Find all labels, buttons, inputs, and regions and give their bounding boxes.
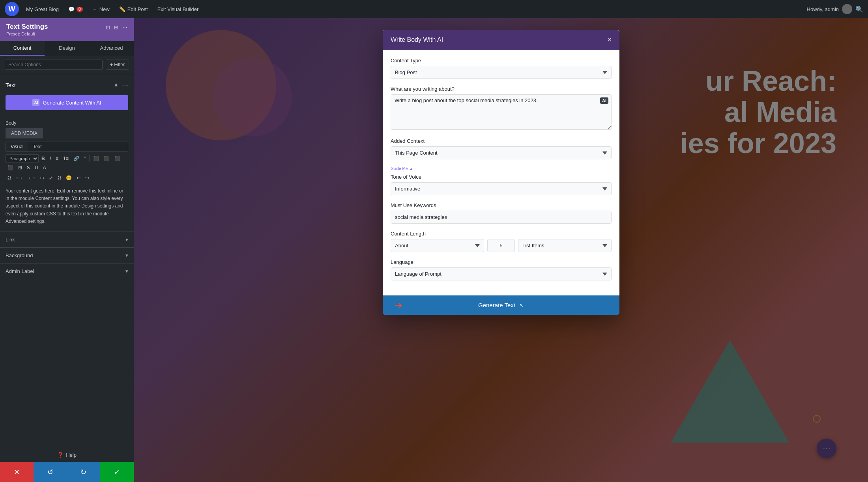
wp-logo-icon[interactable]: W <box>5 2 19 16</box>
paragraph-select[interactable]: Paragraph <box>6 154 39 163</box>
generate-text-button[interactable]: ➜ Generate Text ↖ <box>383 295 619 315</box>
responsive-icon[interactable]: ⊡ <box>106 24 110 30</box>
link-section-header[interactable]: Link ▾ <box>6 232 128 247</box>
module-title: Text Settings <box>6 23 48 31</box>
strikethrough-button[interactable]: S̶ <box>25 164 32 172</box>
link-section: Link ▾ <box>0 232 134 247</box>
columns-icon[interactable]: ⊞ <box>114 24 118 30</box>
italic-button[interactable]: I <box>48 155 53 163</box>
body-section: Body ADD MEDIA Visual Text Paragraph B I… <box>0 117 134 232</box>
search-input[interactable] <box>5 60 103 70</box>
admin-bar: W My Great Blog 💬 0 ＋ New ✏️ Edit Post E… <box>0 0 868 18</box>
toolbar: Paragraph B I ≡ 1≡ 🔗 " ⬛ ⬛ ⬛ ⬛ ⊞ S̶ U A <box>6 154 128 172</box>
special-char-button[interactable]: Ω <box>56 174 63 182</box>
keywords-group: Must Use Keywords <box>391 202 612 224</box>
howdy-label: Howdy, admin <box>807 6 839 12</box>
bold-button[interactable]: B <box>39 155 47 163</box>
tone-select[interactable]: Informative <box>391 182 612 195</box>
language-select[interactable]: Language of Prompt <box>391 267 612 280</box>
avatar <box>842 4 852 14</box>
tab-content[interactable]: Content <box>0 41 45 56</box>
search-icon[interactable]: 🔍 <box>855 6 863 13</box>
search-bar: + Filter <box>0 56 134 74</box>
editor-tabs: Visual Text <box>6 142 128 152</box>
undo-editor-button[interactable]: ↩ <box>75 174 82 182</box>
redo-button[interactable]: ↻ <box>67 462 101 482</box>
modal-overlay: Write Body With AI × Content Type Blog P… <box>134 18 868 482</box>
redo-editor-button[interactable]: ↪ <box>83 174 91 182</box>
ai-icon: AI <box>32 99 39 106</box>
editor-tab-text[interactable]: Text <box>28 142 46 151</box>
blockquote-button[interactable]: " <box>82 155 88 163</box>
tone-label: Tone of Voice <box>391 174 612 180</box>
admin-label-section-header[interactable]: Admin Label ▾ <box>6 263 128 279</box>
ai-textarea-icon[interactable]: AI <box>600 97 608 104</box>
save-button[interactable]: ✓ <box>100 462 134 482</box>
tab-design[interactable]: Design <box>45 41 89 56</box>
added-context-select[interactable]: This Page Content <box>391 146 612 159</box>
align-right-button[interactable]: ⬛ <box>112 155 122 163</box>
content-type-group: Content Type Blog Post <box>391 58 612 79</box>
tab-advanced[interactable]: Advanced <box>89 41 134 56</box>
guide-me-arrow-icon: ▲ <box>409 166 413 171</box>
outdent-button[interactable]: ←≡ <box>26 174 37 182</box>
cancel-button[interactable]: ✕ <box>0 462 34 482</box>
cursor-icon: ↖ <box>519 302 524 308</box>
help-icon: ❓ <box>57 452 64 458</box>
content-length-about-select[interactable]: About <box>391 239 484 252</box>
indent-button[interactable]: ≡→ <box>14 174 25 182</box>
fullscreen-button[interactable]: ⤢ <box>47 174 55 182</box>
writing-about-textarea[interactable] <box>391 94 612 130</box>
new-icon: ＋ <box>92 6 97 13</box>
align-center-button[interactable]: ⬛ <box>102 155 112 163</box>
main-canvas: ur Reach: al Media ies for 2023 Write Bo… <box>134 18 868 482</box>
added-context-label: Added Context <box>391 138 612 144</box>
admin-bar-site[interactable]: My Great Blog <box>22 5 63 14</box>
align-justify-button[interactable]: ⬛ <box>6 164 15 172</box>
added-context-group: Added Context This Page Content <box>391 138 612 159</box>
modal-write-body: Write Body With AI × Content Type Blog P… <box>383 30 619 315</box>
admin-bar-exit-builder[interactable]: Exit Visual Builder <box>153 5 203 14</box>
writing-about-label: What are you writing about? <box>391 86 612 92</box>
align-left-button[interactable]: ⬛ <box>91 155 101 163</box>
content-length-group: Content Length About List Items <box>391 231 612 252</box>
site-name-label: My Great Blog <box>26 6 59 12</box>
table-button[interactable]: ⊞ <box>16 164 24 172</box>
indent2-button[interactable]: ↦ <box>38 174 46 182</box>
admin-label-section-chevron: ▾ <box>125 268 128 274</box>
language-label: Language <box>391 259 612 265</box>
admin-bar-new[interactable]: ＋ New <box>88 4 114 14</box>
link-button[interactable]: 🔗 <box>71 155 81 163</box>
background-section: Background ▾ <box>0 247 134 263</box>
admin-bar-comments[interactable]: 💬 0 <box>64 5 87 14</box>
text-section-header[interactable]: Text ▲ ⋯ <box>6 78 128 92</box>
generate-content-button[interactable]: AI Generate Content With AI <box>6 95 128 110</box>
keywords-input[interactable] <box>391 211 612 224</box>
admin-bar-edit-post[interactable]: ✏️ Edit Post <box>115 5 152 14</box>
more-options-icon[interactable]: ⋯ <box>122 24 127 30</box>
undo-button[interactable]: ↺ <box>34 462 67 482</box>
background-section-chevron: ▾ <box>125 252 128 258</box>
format-button[interactable]: Ω <box>6 174 13 182</box>
admin-label-section: Admin Label ▾ <box>0 263 134 279</box>
ordered-list-button[interactable]: 1≡ <box>61 155 71 163</box>
guide-me-link[interactable]: Guide Me ▲ <box>391 166 612 171</box>
language-group: Language Language of Prompt <box>391 259 612 280</box>
text-color-button[interactable]: A <box>41 164 48 172</box>
editor-tab-visual[interactable]: Visual <box>6 142 28 151</box>
background-section-header[interactable]: Background ▾ <box>6 248 128 263</box>
help-link[interactable]: ❓ Help <box>6 452 128 458</box>
content-type-select[interactable]: Blog Post <box>391 66 612 79</box>
underline-button[interactable]: U <box>33 164 40 172</box>
content-length-items-select[interactable]: List Items <box>518 239 612 252</box>
sidebar: Text Settings Preset: Default ⊡ ⊞ ⋯ Cont… <box>0 18 134 482</box>
unordered-list-button[interactable]: ≡ <box>54 155 60 163</box>
content-length-number-input[interactable] <box>487 239 515 252</box>
content-length-label: Content Length <box>391 231 612 237</box>
text-section-more[interactable]: ⋯ <box>122 81 128 89</box>
emoji-button[interactable]: 😊 <box>64 174 74 182</box>
exit-builder-label: Exit Visual Builder <box>157 6 199 12</box>
add-media-button[interactable]: ADD MEDIA <box>6 128 43 138</box>
modal-close-button[interactable]: × <box>607 36 612 43</box>
filter-button[interactable]: + Filter <box>106 60 129 70</box>
